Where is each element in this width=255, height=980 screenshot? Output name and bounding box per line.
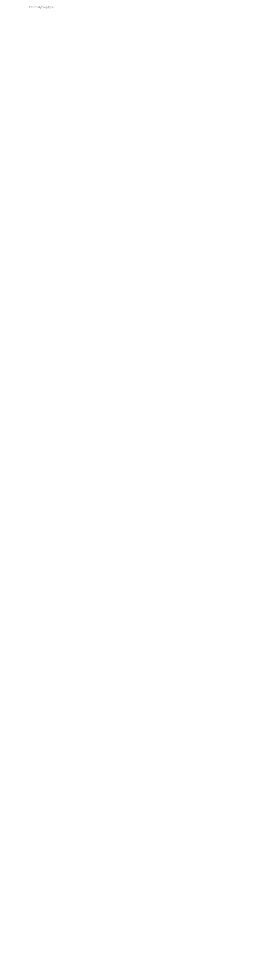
type-label: FlexPartyPropType	[29, 5, 54, 9]
